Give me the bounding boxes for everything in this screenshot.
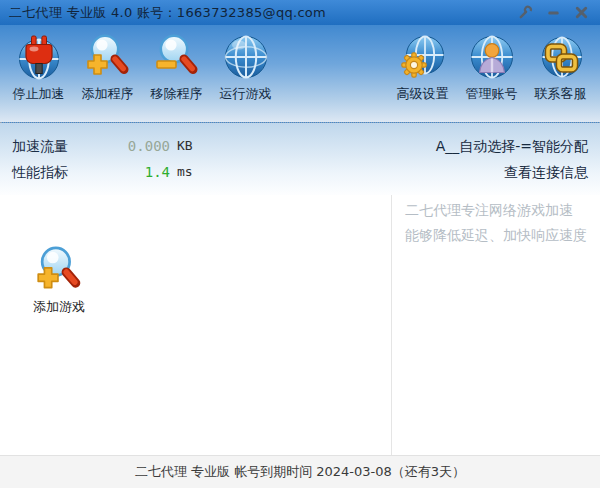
minimize-icon xyxy=(546,5,561,20)
title-bar: 二七代理 专业版 4.0 账号：1663732385@qq.com xyxy=(0,0,600,25)
view-connection-link[interactable]: 查看连接信息 xyxy=(436,159,588,185)
ping-row: 性能指标 1.4 ms xyxy=(12,159,193,185)
run-game-button[interactable]: 运行游戏 xyxy=(211,32,280,103)
toolbar-left-group: 停止加速 添加程序 xyxy=(4,32,280,103)
traffic-value: 0.000 xyxy=(94,133,170,159)
add-program-button[interactable]: 添加程序 xyxy=(73,32,142,103)
game-list-area: 添加游戏 xyxy=(0,195,392,455)
main-area: 添加游戏 二七代理专注网络游戏加速 能够降低延迟、加快响应速度 xyxy=(0,195,600,455)
traffic-unit: KB xyxy=(177,133,193,159)
expiry-status-text: 二七代理 专业版 帐号到期时间 2024-03-08（还有3天） xyxy=(135,463,465,481)
toolbar-button-label: 停止加速 xyxy=(13,85,65,103)
close-icon xyxy=(574,5,589,20)
advanced-settings-button[interactable]: 高级设置 xyxy=(388,32,457,103)
manage-account-icon xyxy=(467,32,517,82)
toolbar-button-label: 管理账号 xyxy=(466,85,518,103)
toolbar-button-label: 运行游戏 xyxy=(220,85,272,103)
ping-label: 性能指标 xyxy=(12,159,94,185)
server-selection-line[interactable]: A__自动选择-=智能分配 xyxy=(436,133,588,159)
promo-line-2: 能够降低延迟、加快响应速度 xyxy=(405,223,592,248)
promo-line-1: 二七代理专注网络游戏加速 xyxy=(405,198,592,223)
remove-program-button[interactable]: 移除程序 xyxy=(142,32,211,103)
contact-support-icon xyxy=(536,32,586,82)
connection-panel: A__自动选择-=智能分配 查看连接信息 xyxy=(436,133,588,195)
ping-unit: ms xyxy=(177,159,193,185)
stop-acceleration-button[interactable]: 停止加速 xyxy=(4,32,73,103)
skin-settings-button[interactable] xyxy=(516,4,535,22)
add-game-icon xyxy=(33,244,85,296)
toolbar-button-label: 移除程序 xyxy=(151,85,203,103)
run-game-icon xyxy=(221,32,271,82)
stop-acceleration-icon xyxy=(14,32,64,82)
toolbar-right-group: 高级设置 管理账号 xyxy=(388,32,595,103)
add-program-icon xyxy=(83,32,133,82)
app-window: 二七代理 专业版 4.0 账号：1663732385@qq.com xyxy=(0,0,600,488)
close-button[interactable] xyxy=(572,4,591,22)
manage-account-button[interactable]: 管理账号 xyxy=(457,32,526,103)
minimize-button[interactable] xyxy=(544,4,563,22)
window-controls xyxy=(516,4,591,22)
info-strip: 加速流量 0.000 KB 性能指标 1.4 ms A__自动选择-=智能分配 … xyxy=(0,123,600,195)
contact-support-button[interactable]: 联系客服 xyxy=(526,32,595,103)
toolbar-button-label: 添加程序 xyxy=(82,85,134,103)
toolbar: 停止加速 添加程序 xyxy=(0,25,600,123)
advanced-settings-icon xyxy=(398,32,448,82)
toolbar-button-label: 联系客服 xyxy=(535,85,587,103)
wrench-icon xyxy=(518,5,533,20)
traffic-row: 加速流量 0.000 KB xyxy=(12,133,193,159)
toolbar-button-label: 高级设置 xyxy=(397,85,449,103)
ping-value: 1.4 xyxy=(94,159,170,185)
add-game-label: 添加游戏 xyxy=(33,298,85,316)
traffic-label: 加速流量 xyxy=(12,133,94,159)
status-bar: 二七代理 专业版 帐号到期时间 2024-03-08（还有3天） xyxy=(0,455,600,488)
remove-program-icon xyxy=(152,32,202,82)
metrics-panel: 加速流量 0.000 KB 性能指标 1.4 ms xyxy=(12,133,193,195)
promo-panel: 二七代理专注网络游戏加速 能够降低延迟、加快响应速度 xyxy=(392,195,600,455)
add-game-button[interactable]: 添加游戏 xyxy=(26,244,92,316)
window-title: 二七代理 专业版 4.0 账号：1663732385@qq.com xyxy=(9,4,326,22)
